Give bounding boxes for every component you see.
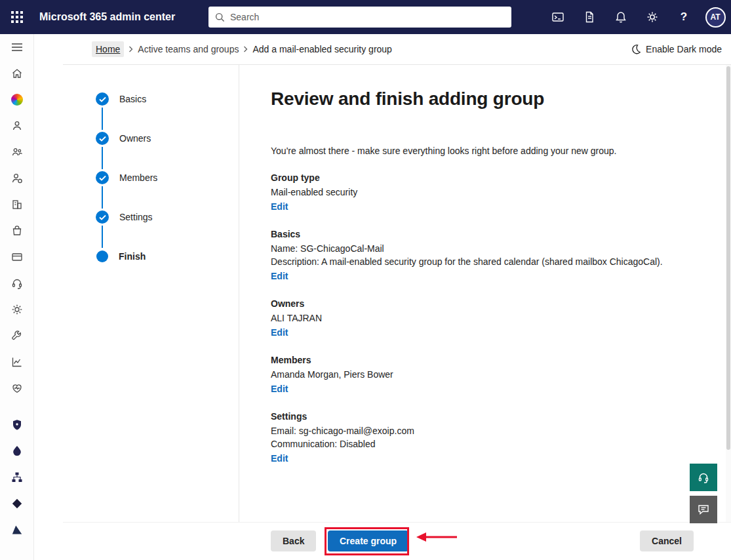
step-settings[interactable]: Settings	[63, 197, 239, 237]
heart-pulse-icon	[10, 382, 24, 395]
sidebar-item-health[interactable]	[0, 375, 34, 401]
sidebar-item-compliance[interactable]	[0, 438, 34, 464]
edit-members-link[interactable]: Edit	[271, 384, 288, 394]
copilot-icon	[11, 94, 23, 106]
sidebar-item-billing[interactable]	[0, 244, 34, 270]
section-settings: Settings Email: sg-chicago-mail@exoip.co…	[271, 411, 726, 464]
step-basics[interactable]: Basics	[63, 79, 239, 119]
footer-bar: Back Create group Cancel	[34, 522, 731, 560]
section-basics: Basics Name: SG-ChicagoCal-Mail Descript…	[271, 229, 726, 282]
section-value: Name: SG-ChicagoCal-Mail	[271, 242, 726, 255]
app-title: Microsoft 365 admin center	[39, 11, 175, 23]
page-title: Review and finish adding group	[271, 89, 726, 110]
sidebar-item-roles[interactable]	[0, 165, 34, 191]
main-content: Review and finish adding group You're al…	[239, 65, 726, 522]
sidebar-item-azure[interactable]	[0, 517, 34, 543]
settings-button[interactable]	[637, 0, 668, 34]
create-group-button[interactable]: Create group	[328, 530, 408, 551]
edit-settings-link[interactable]: Edit	[271, 453, 288, 464]
search-input[interactable]	[230, 12, 505, 22]
terminal-icon	[551, 10, 564, 24]
credit-card-icon	[10, 250, 24, 264]
section-members: Members Amanda Morgan, Piers Bower Edit	[271, 355, 726, 395]
sidebar-item-settings[interactable]	[0, 296, 34, 323]
breadcrumb-home[interactable]: Home	[92, 41, 124, 57]
step-finish[interactable]: Finish	[63, 237, 239, 276]
help-fab-button[interactable]	[690, 464, 717, 491]
sidebar-item-users[interactable]	[0, 113, 34, 139]
bag-icon	[10, 224, 24, 237]
release-notes-button[interactable]	[574, 0, 605, 34]
person-icon	[10, 119, 24, 132]
dark-mode-toggle[interactable]: Enable Dark mode	[631, 44, 723, 54]
back-button[interactable]: Back	[271, 530, 316, 551]
home-icon	[10, 67, 24, 80]
dark-mode-label: Enable Dark mode	[646, 44, 722, 54]
cancel-button[interactable]: Cancel	[640, 530, 694, 551]
feedback-bubble-icon	[697, 503, 710, 516]
moon-icon	[631, 44, 641, 54]
annotation-arrow	[415, 531, 460, 543]
mountain-icon	[10, 523, 24, 536]
edit-group-type-link[interactable]: Edit	[271, 201, 288, 212]
account-button[interactable]: AT	[700, 0, 731, 34]
section-heading: Owners	[271, 298, 726, 309]
section-value: Description: A mail-enabled security gro…	[271, 255, 726, 268]
vertical-scrollbar[interactable]	[726, 65, 731, 522]
section-owners: Owners ALI TAJRAN Edit	[271, 298, 726, 338]
question-mark-icon: ?	[681, 10, 687, 24]
sidebar-item-setup[interactable]	[0, 323, 34, 349]
step-complete-icon	[96, 210, 109, 224]
help-button[interactable]: ?	[668, 0, 700, 34]
intro-text: You're almost there - make sure everythi…	[271, 146, 726, 156]
search-box[interactable]	[208, 7, 511, 28]
app-launcher-button[interactable]	[0, 0, 34, 34]
breadcrumb-active-teams[interactable]: Active teams and groups	[138, 44, 239, 54]
sidebar-item-organization[interactable]	[0, 191, 34, 218]
sidebar-item-teams[interactable]	[0, 139, 34, 165]
step-label: Finish	[119, 251, 146, 262]
step-owners[interactable]: Owners	[63, 119, 239, 158]
chart-icon	[10, 355, 24, 369]
edit-owners-link[interactable]: Edit	[271, 327, 288, 338]
sidebar-item-marketplace[interactable]	[0, 218, 34, 244]
step-label: Owners	[119, 133, 151, 144]
bell-icon	[614, 10, 627, 24]
headset-icon	[697, 471, 710, 484]
top-bar: Microsoft 365 admin center ? AT	[0, 0, 731, 34]
wizard-steps-panel: Basics Owners Members Settings Finish	[63, 65, 239, 522]
wrench-icon	[10, 329, 24, 342]
droplet-icon	[10, 445, 24, 458]
step-list: Basics Owners Members Settings Finish	[63, 79, 239, 276]
section-value: Email: sg-chicago-mail@exoip.com	[271, 424, 726, 437]
section-heading: Members	[271, 355, 726, 365]
sidebar-item-support[interactable]	[0, 270, 34, 296]
terminal-button[interactable]	[542, 0, 574, 34]
org-chart-icon	[10, 471, 24, 484]
notifications-button[interactable]	[605, 0, 637, 34]
edit-basics-link[interactable]: Edit	[271, 271, 288, 281]
scrollbar-thumb[interactable]	[726, 66, 730, 450]
step-members[interactable]: Members	[63, 158, 239, 197]
step-current-icon	[96, 250, 108, 262]
hamburger-icon	[11, 43, 23, 52]
feedback-fab-button[interactable]	[690, 496, 717, 523]
sidebar-item-copilot[interactable]	[0, 87, 34, 113]
sidebar-item-exchange[interactable]	[0, 490, 34, 517]
content-divider	[63, 64, 731, 65]
sidebar-item-security[interactable]	[0, 412, 34, 438]
chevron-right-icon	[128, 46, 133, 52]
section-value: Amanda Morgan, Piers Bower	[271, 368, 726, 381]
left-nav-rail	[0, 34, 34, 560]
sidebar-item-home[interactable]	[0, 60, 34, 87]
document-icon	[583, 10, 596, 24]
step-label: Members	[119, 172, 157, 183]
section-group-type: Group type Mail-enabled security Edit	[271, 172, 726, 212]
section-value: ALI TAJRAN	[271, 311, 726, 325]
sidebar-item-reports[interactable]	[0, 349, 34, 375]
section-heading: Settings	[271, 411, 726, 422]
headset-icon	[10, 277, 24, 290]
sidebar-item-identity[interactable]	[0, 464, 34, 490]
nav-toggle-button[interactable]	[0, 34, 34, 60]
people-icon	[10, 146, 24, 159]
